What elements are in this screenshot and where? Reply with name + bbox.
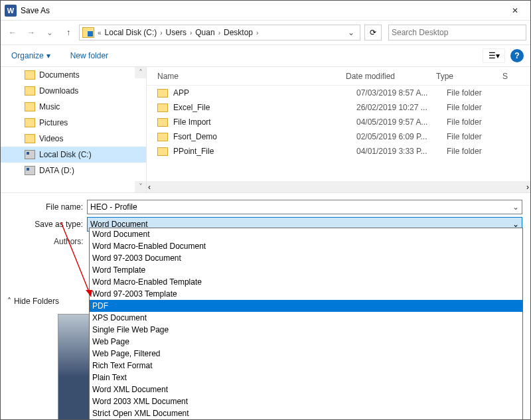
tree-item-label: DATA (D:) (39, 166, 74, 175)
type-option[interactable]: XPS Document (90, 312, 522, 324)
authors-label: Authors: (54, 237, 84, 246)
chevron-up-icon: ˄ (7, 297, 11, 306)
tree-item[interactable]: Downloads (1, 83, 146, 99)
folder-tree[interactable]: ˄ DocumentsDownloadsMusicPicturesVideosL… (1, 67, 147, 192)
crumb-sep-icon: « (96, 29, 104, 36)
cell-date: 04/05/2019 9:57 A... (356, 117, 447, 127)
folder-icon (157, 147, 168, 156)
cell-name: PPoint_File (173, 147, 356, 156)
new-folder-button[interactable]: New folder (66, 48, 112, 63)
filename-input[interactable] (90, 202, 512, 212)
folder-icon (157, 118, 168, 127)
type-option[interactable]: PDF (90, 300, 522, 312)
list-item[interactable]: PPoint_File04/01/2019 3:33 P...File fold… (147, 144, 530, 159)
list-item[interactable]: APP07/03/2019 8:57 A...File folder (147, 86, 530, 100)
close-button[interactable]: ✕ (500, 1, 530, 21)
chevron-right-icon: › (188, 29, 194, 36)
search-box[interactable] (388, 25, 526, 40)
tree-item[interactable]: Music (1, 99, 146, 115)
tree-item[interactable]: Videos (1, 131, 146, 147)
scroll-right-icon[interactable]: › (526, 182, 529, 192)
type-label: Save as type: (1, 220, 87, 229)
close-icon: ✕ (512, 6, 518, 15)
navbar: ← → ⌄ ↑ « Local Disk (C:) › Users › Quan… (1, 21, 530, 44)
type-option[interactable]: Strict Open XML Document (90, 407, 522, 419)
chevron-down-icon: ˅ (139, 182, 143, 192)
type-option[interactable]: Rich Text Format (90, 360, 522, 372)
chevron-right-icon: › (158, 29, 164, 36)
arrow-up-icon: ↑ (66, 28, 70, 37)
type-option[interactable]: Word 97-2003 Template (90, 288, 522, 300)
tree-item-label: Pictures (39, 118, 68, 127)
address-bar[interactable]: « Local Disk (C:) › Users › Quan › Deskt… (79, 25, 360, 40)
view-button[interactable]: ☰▾ (483, 48, 505, 63)
cell-type: File folder (447, 117, 513, 127)
cell-name: APP (173, 88, 356, 98)
col-size[interactable]: S (502, 72, 508, 81)
crumb[interactable]: Local Disk (C:) (104, 28, 159, 37)
type-option[interactable]: Word Macro-Enabled Template (90, 276, 522, 288)
forward-button[interactable]: → (23, 25, 39, 40)
type-option[interactable]: Web Page (90, 336, 522, 348)
type-option[interactable]: Word Macro-Enabled Document (90, 240, 522, 252)
tree-item-label: Documents (39, 70, 80, 80)
type-option[interactable]: Plain Text (90, 372, 522, 384)
list-item[interactable]: Excel_File26/02/2019 10:27 ...File folde… (147, 100, 530, 115)
type-option[interactable]: Word Template (90, 264, 522, 276)
cell-name: Fsort_Demo (173, 132, 356, 141)
help-button[interactable]: ? (510, 49, 524, 62)
arrow-right-icon: → (27, 28, 35, 37)
address-dropdown[interactable]: ⌄ (344, 28, 358, 37)
tree-item-label: Downloads (39, 86, 78, 96)
save-as-type-dropdown[interactable]: Word DocumentWord Macro-Enabled Document… (89, 228, 523, 420)
col-date[interactable]: Date modified (346, 72, 436, 81)
tree-scroll-down[interactable]: ˅ (135, 181, 146, 192)
chevron-right-icon: › (216, 29, 222, 36)
chevron-down-icon: ⌄ (46, 28, 53, 37)
hide-folders-button[interactable]: ˄ Hide Folders (7, 297, 59, 306)
refresh-button[interactable]: ⟳ (364, 25, 382, 40)
help-icon: ? (514, 51, 519, 60)
type-option[interactable]: Word XML Document (90, 384, 522, 395)
toolbar: Organize ▾ New folder ☰▾ ? (1, 44, 530, 67)
up-button[interactable]: ↑ (60, 25, 76, 40)
type-option[interactable]: Web Page, Filtered (90, 348, 522, 360)
save-as-dialog: W Save As ✕ ← → ⌄ ↑ « Local Disk (C:) › … (0, 0, 531, 420)
filename-dropdown-icon[interactable]: ⌄ (512, 202, 519, 212)
caret-down-icon: ▾ (46, 51, 50, 60)
location-icon (82, 27, 94, 38)
type-option[interactable]: Single File Web Page (90, 324, 522, 336)
col-type[interactable]: Type (436, 72, 502, 81)
crumb[interactable]: Quan (194, 28, 216, 37)
filename-input-wrapper: ⌄ (87, 200, 522, 214)
organize-button[interactable]: Organize ▾ (7, 48, 54, 63)
tree-item[interactable]: Documents (1, 67, 146, 83)
crumb[interactable]: Users (165, 28, 188, 37)
search-input[interactable] (392, 28, 523, 37)
hide-folders-label: Hide Folders (14, 297, 59, 306)
tree-item[interactable]: Pictures (1, 115, 146, 131)
folder-icon (25, 70, 35, 80)
type-option[interactable]: Word 97-2003 Document (90, 252, 522, 264)
crumb[interactable]: Desktop (222, 28, 254, 37)
list-item[interactable]: File Import04/05/2019 9:57 A...File fold… (147, 115, 530, 129)
disk-icon (25, 166, 35, 175)
cell-type: File folder (447, 132, 513, 141)
scroll-left-icon[interactable]: ‹ (148, 182, 151, 192)
view-list-icon: ☰▾ (489, 51, 500, 60)
back-button[interactable]: ← (5, 25, 21, 40)
content-area: ˄ DocumentsDownloadsMusicPicturesVideosL… (1, 67, 530, 193)
cell-date: 02/05/2019 6:09 P... (356, 132, 447, 141)
type-option[interactable]: Word 2003 XML Document (90, 395, 522, 407)
tree-scroll-up[interactable]: ˄ (135, 67, 146, 78)
tree-item[interactable]: DATA (D:) (1, 163, 146, 178)
recent-button[interactable]: ⌄ (42, 25, 58, 40)
disk-icon (25, 150, 35, 159)
horizontal-scrollbar[interactable]: ‹ › (147, 181, 530, 192)
chevron-up-icon: ˄ (139, 68, 143, 78)
tree-item[interactable]: Local Disk (C:) (1, 147, 146, 163)
list-item[interactable]: Fsort_Demo02/05/2019 6:09 P...File folde… (147, 129, 530, 144)
col-name[interactable]: Name (147, 72, 346, 81)
cell-type: File folder (447, 147, 513, 156)
type-option[interactable]: Word Document (90, 228, 522, 240)
